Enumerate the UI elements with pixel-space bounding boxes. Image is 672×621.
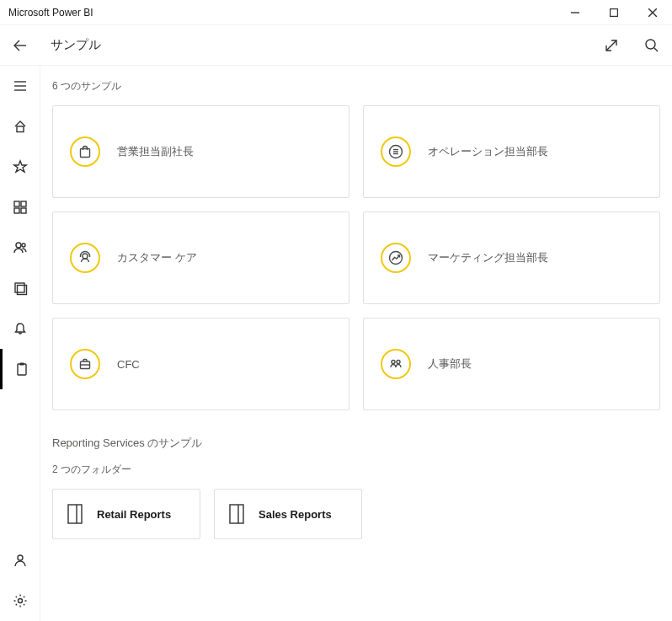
svg-point-24	[19, 599, 23, 603]
svg-point-30	[83, 254, 88, 259]
sample-card-operations[interactable]: オペレーション担当部長	[363, 105, 660, 198]
folder-card-sales[interactable]: Sales Reports	[214, 489, 362, 539]
window-controls	[556, 0, 672, 25]
svg-point-23	[18, 555, 23, 560]
svg-point-6	[646, 40, 655, 49]
home-icon	[13, 119, 28, 134]
svg-marker-12	[14, 161, 26, 172]
folder-label: Sales Reports	[259, 508, 332, 521]
window-minimize-button[interactable]	[556, 0, 595, 25]
reporting-header: Reporting Services のサンプル	[52, 436, 660, 451]
nav-notifications-button[interactable]	[0, 308, 40, 349]
svg-rect-14	[21, 201, 26, 206]
svg-rect-38	[230, 505, 243, 523]
nav-shared-button[interactable]	[0, 228, 40, 268]
nav-hamburger-button[interactable]	[0, 66, 40, 106]
headset-icon	[70, 243, 100, 273]
sample-card-hr[interactable]: 人事部長	[363, 318, 660, 410]
svg-point-17	[16, 243, 21, 248]
sample-card-sales-vp[interactable]: 営業担当副社長	[52, 105, 349, 198]
report-icon	[67, 503, 85, 525]
sample-card-label: CFC	[117, 358, 140, 371]
svg-rect-21	[18, 364, 26, 375]
nav-favorites-button[interactable]	[0, 147, 40, 187]
sample-card-label: マーケティング担当部長	[428, 250, 548, 265]
sample-card-label: 人事部長	[428, 356, 472, 372]
sample-card-customer-care[interactable]: カスタマー ケア	[52, 211, 349, 304]
nav-apps-button[interactable]	[0, 187, 40, 228]
nav-home-button[interactable]	[0, 106, 40, 147]
svg-rect-36	[68, 505, 82, 523]
nav-settings-button[interactable]	[0, 581, 40, 621]
svg-rect-15	[14, 208, 19, 213]
folder-label: Retail Reports	[97, 508, 171, 521]
nav-samples-button[interactable]	[0, 349, 40, 389]
star-icon	[13, 159, 28, 174]
content-area: 6 つのサンプル 営業担当副社長 オペレーション担当部長	[40, 66, 672, 621]
nav-workspaces-button[interactable]	[0, 268, 40, 308]
svg-point-35	[397, 361, 400, 364]
workspace-icon	[13, 281, 28, 296]
window-title: Microsoft Power BI	[8, 7, 93, 19]
svg-point-18	[22, 244, 25, 247]
titlebar: Microsoft Power BI	[0, 0, 672, 25]
hamburger-icon	[13, 78, 28, 94]
team-icon	[381, 349, 411, 379]
trend-chart-icon	[381, 243, 411, 273]
search-button[interactable]	[632, 25, 672, 66]
svg-line-7	[654, 48, 658, 51]
bell-icon	[13, 321, 28, 336]
svg-rect-1	[611, 8, 618, 16]
svg-rect-25	[81, 149, 90, 158]
svg-rect-19	[15, 283, 24, 292]
svg-line-5	[606, 40, 616, 51]
apps-icon	[13, 200, 28, 215]
nav-rail	[0, 66, 40, 621]
svg-rect-20	[18, 286, 27, 295]
sample-card-label: カスタマー ケア	[117, 250, 197, 265]
folder-card-retail[interactable]: Retail Reports	[52, 489, 200, 539]
samples-count-label: 6 つのサンプル	[52, 79, 660, 94]
briefcase-icon	[70, 349, 100, 379]
sample-card-label: オペレーション担当部長	[428, 144, 548, 159]
window-maximize-button[interactable]	[595, 0, 633, 25]
folders-count-label: 2 つのフォルダー	[52, 463, 660, 477]
sample-card-marketing[interactable]: マーケティング担当部長	[363, 211, 660, 304]
shopping-bag-icon	[70, 137, 100, 167]
clipboard-icon	[14, 361, 29, 377]
sample-card-label: 営業担当副社長	[117, 144, 194, 159]
window-close-button[interactable]	[633, 0, 672, 25]
back-arrow-icon	[13, 38, 28, 53]
svg-rect-11	[17, 126, 24, 132]
search-icon	[644, 38, 659, 53]
top-bar: サンプル	[0, 25, 672, 66]
back-button[interactable]	[0, 25, 40, 66]
gear-icon	[13, 593, 28, 608]
nav-account-button[interactable]	[0, 540, 40, 581]
svg-rect-16	[21, 208, 26, 213]
list-icon	[381, 137, 411, 167]
people-icon	[13, 240, 28, 255]
expand-button[interactable]	[591, 25, 632, 66]
svg-rect-22	[19, 363, 24, 366]
svg-rect-13	[14, 201, 19, 206]
report-icon	[228, 503, 247, 525]
expand-icon	[604, 38, 619, 53]
sample-card-cfc[interactable]: CFC	[52, 318, 349, 410]
person-icon	[13, 553, 28, 568]
page-title: サンプル	[40, 37, 101, 53]
svg-point-34	[392, 361, 395, 364]
